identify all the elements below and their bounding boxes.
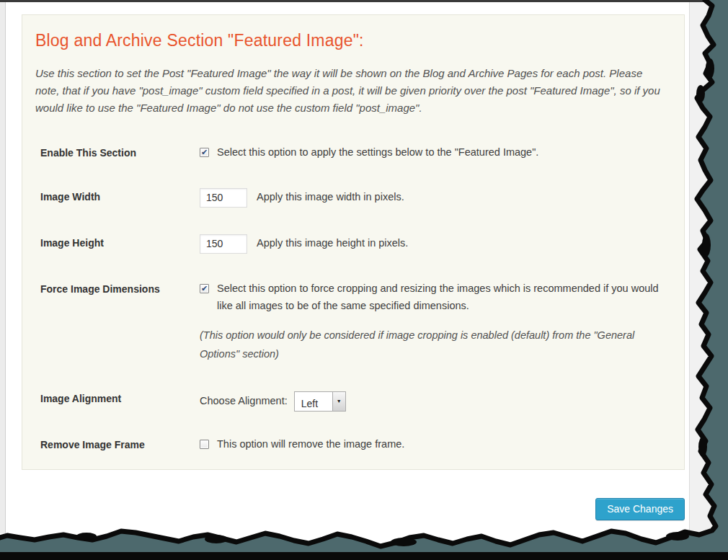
force-dimensions-desc: Select this option to force cropping and… xyxy=(217,280,661,315)
row-image-height: Image Height Apply this image height in … xyxy=(35,234,662,254)
page-right-scroll-gutter[interactable] xyxy=(689,2,728,543)
row-image-width: Image Width Apply this image width in pi… xyxy=(35,188,662,208)
image-width-label: Image Width xyxy=(35,188,200,203)
alignment-select-value: Left xyxy=(295,392,332,411)
choose-alignment-text: Choose Alignment: xyxy=(200,393,288,410)
image-height-label: Image Height xyxy=(35,234,200,249)
row-remove-frame: Remove Image Frame This option will remo… xyxy=(35,436,662,453)
enable-section-checkbox[interactable]: ✔ xyxy=(200,148,209,157)
page-title: Blog and Archive Section "Featured Image… xyxy=(35,31,662,50)
save-row: Save Changes xyxy=(22,498,685,520)
image-width-input[interactable] xyxy=(200,188,247,208)
alignment-select[interactable]: Left ▼ xyxy=(294,391,346,412)
chevron-down-icon[interactable]: ▼ xyxy=(332,392,345,411)
image-height-input[interactable] xyxy=(200,234,247,254)
page-left-edge xyxy=(0,2,6,533)
enable-section-label: Enable This Section xyxy=(35,144,200,159)
row-image-alignment: Image Alignment Choose Alignment: Left ▼ xyxy=(35,390,662,412)
image-width-desc: Apply this image width in pixels. xyxy=(257,189,404,206)
enable-section-desc: Select this option to apply the settings… xyxy=(217,144,538,161)
force-dimensions-note: (This option would only be considered if… xyxy=(200,326,661,363)
image-alignment-label: Image Alignment xyxy=(35,390,200,404)
screenshot-canvas: Blog and Archive Section "Featured Image… xyxy=(0,0,728,560)
row-enable-section: Enable This Section ✔ Select this option… xyxy=(35,144,662,161)
row-force-dimensions: Force Image Dimensions ✔ Select this opt… xyxy=(35,280,662,363)
force-dimensions-label: Force Image Dimensions xyxy=(35,280,200,295)
remove-frame-checkbox[interactable] xyxy=(200,440,209,449)
featured-image-settings-panel: Blog and Archive Section "Featured Image… xyxy=(22,14,685,470)
remove-frame-label: Remove Image Frame xyxy=(35,436,200,450)
image-height-desc: Apply this image height in pixels. xyxy=(257,235,408,252)
save-changes-button[interactable]: Save Changes xyxy=(595,498,685,520)
force-dimensions-checkbox[interactable]: ✔ xyxy=(200,284,209,293)
section-description: Use this section to set the Post "Featur… xyxy=(35,65,662,117)
window-top-border xyxy=(0,0,728,2)
remove-frame-desc: This option will remove the image frame. xyxy=(217,436,404,453)
